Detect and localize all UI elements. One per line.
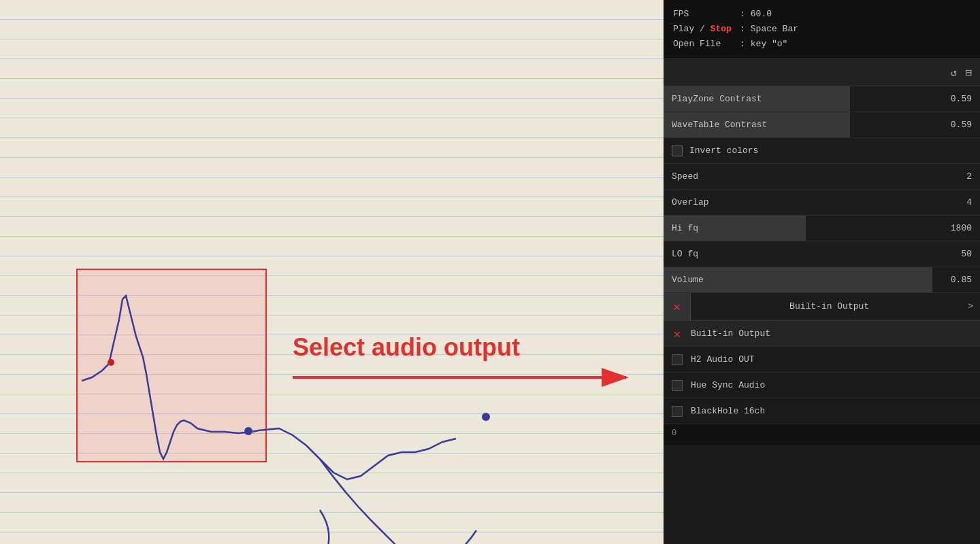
open-file-label: Open File (673, 37, 734, 52)
hi-fq-value: 1800 (951, 223, 972, 233)
svg-point-0 (108, 359, 114, 366)
overlap-row[interactable]: Overlap 4 (664, 190, 980, 216)
fps-row: FPS : 60.0 (673, 7, 970, 22)
info-bar: FPS : 60.0 Play / Stop : Space Bar Open … (664, 0, 980, 59)
lo-fq-row[interactable]: LO fq 50 (664, 241, 980, 267)
svg-point-1 (244, 427, 252, 435)
dropdown-item-h2-check (664, 347, 691, 373)
wavetable-contrast-row[interactable]: WaveTable Contrast 0.59 (664, 112, 980, 138)
open-file-row: Open File : key "o" (673, 37, 970, 52)
fps-label: FPS (673, 7, 734, 22)
invert-colors-label: Invert colors (689, 146, 758, 156)
play-stop-label: Play / Stop (673, 22, 734, 37)
instruction-arrow (286, 360, 647, 394)
hi-fq-row[interactable]: Hi fq 1800 (664, 216, 980, 241)
volume-label: Volume (672, 275, 704, 285)
play-stop-value: Space Bar (751, 22, 798, 37)
invert-colors-checkbox[interactable] (672, 146, 683, 156)
hi-fq-label: Hi fq (672, 223, 698, 233)
toolbar-row: ↺ ⊟ (664, 59, 980, 86)
fps-value: 60.0 (751, 7, 772, 22)
canvas-instruction-text: Select audio output (293, 333, 520, 362)
chevron-right-icon: > (968, 301, 973, 311)
audio-output-dropdown: ✕ Built-in Output H2 Audio OUT Hue Sync … (664, 320, 980, 424)
dropdown-item-hue[interactable]: Hue Sync Audio (664, 373, 980, 398)
dropdown-item-hue-label: Hue Sync Audio (691, 380, 765, 390)
speed-value: 2 (966, 171, 972, 182)
invert-colors-row[interactable]: Invert colors (664, 138, 980, 164)
stop-text: Stop (710, 24, 732, 34)
bottom-status-text: 0 (672, 428, 676, 438)
svg-point-3 (482, 413, 490, 421)
speed-label: Speed (672, 171, 698, 182)
dropdown-item-blackhole-check (664, 398, 691, 424)
play-stop-sep: : (740, 22, 745, 37)
audio-output-label: Built-in Output (691, 301, 968, 311)
overlap-label: Overlap (672, 197, 709, 207)
playzone-contrast-label: PlayZone Contrast (672, 94, 762, 104)
volume-value: 0.85 (951, 275, 972, 285)
open-file-value: key "o" (751, 37, 788, 52)
save-icon[interactable]: ⊟ (965, 66, 972, 80)
refresh-icon[interactable]: ↺ (951, 66, 958, 80)
right-panel: FPS : 60.0 Play / Stop : Space Bar Open … (664, 0, 980, 544)
fps-sep: : (740, 7, 745, 22)
lo-fq-value: 50 (961, 249, 972, 259)
dropdown-item-builtin[interactable]: ✕ Built-in Output (664, 321, 980, 347)
audio-output-row[interactable]: ✕ Built-in Output > (664, 293, 980, 320)
dropdown-item-h2-label: H2 Audio OUT (691, 354, 755, 364)
dropdown-item-builtin-label: Built-in Output (691, 328, 770, 339)
dropdown-item-blackhole-label: BlackHole 16ch (691, 406, 765, 416)
controls-section: PlayZone Contrast 0.59 WaveTable Contras… (664, 86, 980, 544)
dropdown-item-blackhole[interactable]: BlackHole 16ch (664, 398, 980, 424)
dropdown-item-h2[interactable]: H2 Audio OUT (664, 347, 980, 373)
dropdown-item-hue-check (664, 373, 691, 398)
audio-output-x-button[interactable]: ✕ (664, 293, 691, 320)
dropdown-item-builtin-check: ✕ (664, 321, 691, 347)
wavetable-contrast-label: WaveTable Contrast (672, 120, 767, 130)
playzone-contrast-value: 0.59 (951, 94, 972, 104)
wavetable-contrast-value: 0.59 (951, 120, 972, 130)
waveform-svg (34, 258, 510, 544)
speed-row[interactable]: Speed 2 (664, 164, 980, 190)
play-stop-row: Play / Stop : Space Bar (673, 22, 970, 37)
playzone-contrast-row[interactable]: PlayZone Contrast 0.59 (664, 86, 980, 112)
volume-row[interactable]: Volume 0.85 (664, 267, 980, 293)
open-file-sep: : (740, 37, 745, 52)
lo-fq-label: LO fq (672, 249, 698, 259)
bottom-status-area: 0 (664, 424, 980, 445)
canvas-area: Select audio output (0, 0, 664, 544)
overlap-value: 4 (966, 197, 972, 207)
